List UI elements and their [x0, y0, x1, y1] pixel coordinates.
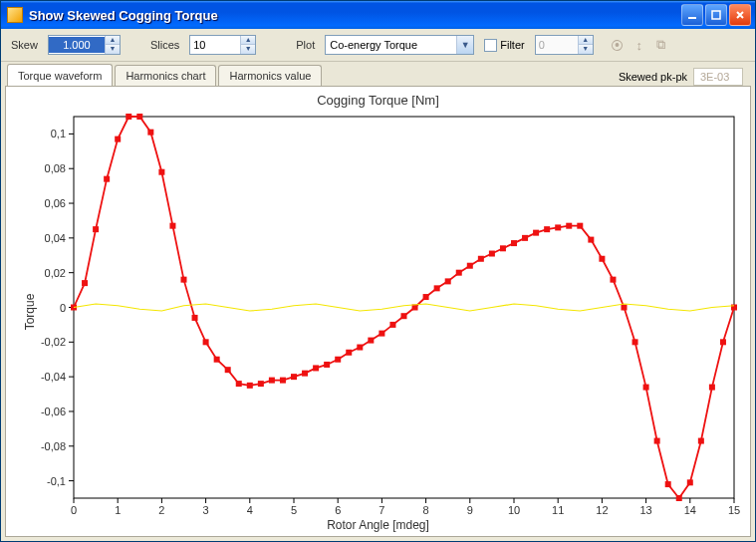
slices-up-icon[interactable]: ▲ [241, 36, 255, 45]
svg-rect-63 [136, 114, 142, 120]
svg-rect-72 [236, 381, 242, 387]
svg-rect-84 [368, 338, 374, 344]
svg-rect-68 [192, 315, 198, 321]
plot-combo[interactable]: Co-energy Torque ▼ [325, 35, 474, 55]
svg-rect-66 [169, 223, 175, 229]
svg-text:8: 8 [423, 504, 429, 516]
svg-text:1: 1 [115, 504, 121, 516]
svg-rect-109 [643, 385, 649, 391]
skew-up-icon[interactable]: ▲ [106, 36, 120, 45]
plot-selected: Co-energy Torque [326, 39, 456, 51]
svg-text:0,02: 0,02 [45, 267, 66, 279]
svg-rect-74 [258, 381, 264, 387]
chevron-down-icon[interactable]: ▼ [456, 36, 473, 54]
svg-rect-92 [456, 270, 462, 276]
svg-rect-108 [632, 339, 638, 345]
skew-value-field[interactable] [49, 37, 105, 53]
svg-rect-60 [104, 176, 110, 182]
svg-text:15: 15 [728, 504, 740, 516]
filter-up-icon: ▲ [579, 36, 593, 45]
tab-harmonics-chart[interactable]: Harmonics chart [115, 65, 216, 86]
svg-rect-87 [401, 313, 407, 319]
svg-rect-107 [622, 305, 628, 311]
svg-rect-100 [544, 226, 550, 232]
svg-rect-58 [82, 280, 88, 286]
svg-text:-0,08: -0,08 [41, 440, 66, 452]
tool-icon-3[interactable]: ⧉ [651, 35, 671, 55]
filter-checkbox[interactable]: Filter [484, 39, 524, 52]
svg-rect-86 [389, 322, 395, 328]
tabbar: Torque waveform Harmonics chart Harmonic… [1, 62, 755, 86]
svg-text:0: 0 [71, 504, 77, 516]
maximize-button[interactable] [705, 4, 727, 26]
svg-rect-96 [500, 245, 506, 251]
svg-rect-2 [74, 117, 734, 498]
svg-rect-1 [712, 11, 720, 19]
svg-text:-0,04: -0,04 [41, 371, 66, 383]
svg-rect-116 [720, 339, 726, 345]
svg-rect-61 [115, 136, 121, 142]
svg-text:5: 5 [291, 504, 297, 516]
pkpk-label: Skewed pk-pk [619, 71, 687, 83]
svg-rect-67 [181, 277, 187, 283]
svg-rect-93 [467, 263, 473, 269]
svg-text:4: 4 [247, 504, 253, 516]
svg-text:11: 11 [552, 504, 564, 516]
slices-input[interactable]: ▲ ▼ [189, 35, 256, 55]
svg-rect-75 [269, 378, 275, 384]
tab-torque-waveform[interactable]: Torque waveform [7, 64, 113, 86]
tool-icon-2[interactable]: ↕ [630, 35, 649, 55]
filter-value-field [536, 37, 578, 53]
svg-text:0: 0 [60, 302, 66, 314]
titlebar[interactable]: Show Skewed Cogging Torque [1, 1, 755, 29]
svg-rect-111 [665, 481, 671, 487]
svg-rect-71 [225, 367, 231, 373]
toolbar: Skew ▲ ▼ Slices ▲ ▼ Plot Co-energy Torqu… [1, 29, 755, 62]
svg-text:0,1: 0,1 [51, 128, 66, 139]
svg-text:12: 12 [596, 504, 608, 516]
close-button[interactable] [729, 4, 751, 26]
svg-rect-106 [610, 277, 616, 283]
slices-value-field[interactable] [190, 37, 240, 53]
svg-rect-79 [313, 365, 319, 371]
window-title: Show Skewed Cogging Torque [29, 8, 681, 23]
svg-rect-94 [478, 256, 484, 262]
svg-rect-97 [511, 240, 517, 246]
svg-rect-103 [577, 223, 583, 229]
svg-rect-73 [247, 383, 253, 389]
svg-text:14: 14 [684, 504, 696, 516]
svg-rect-90 [434, 285, 440, 291]
app-icon [7, 7, 23, 23]
svg-text:-0,02: -0,02 [41, 336, 66, 348]
svg-rect-89 [423, 294, 429, 300]
svg-text:3: 3 [203, 504, 209, 516]
svg-rect-59 [93, 226, 99, 232]
svg-text:-0,1: -0,1 [47, 475, 66, 487]
svg-text:0,06: 0,06 [45, 197, 66, 209]
svg-text:9: 9 [467, 504, 473, 516]
svg-rect-85 [378, 331, 384, 337]
minimize-button[interactable] [681, 4, 703, 26]
svg-rect-77 [291, 374, 297, 380]
svg-text:6: 6 [335, 504, 341, 516]
svg-rect-64 [147, 130, 153, 136]
checkbox-box-icon[interactable] [484, 39, 497, 52]
skew-label: Skew [11, 39, 38, 51]
svg-rect-65 [158, 169, 164, 175]
svg-rect-104 [588, 237, 594, 243]
svg-rect-115 [709, 385, 715, 391]
skew-input[interactable]: ▲ ▼ [48, 35, 121, 55]
filter-label: Filter [500, 39, 524, 51]
skew-down-icon[interactable]: ▼ [106, 45, 120, 54]
svg-rect-91 [445, 278, 451, 284]
svg-rect-69 [203, 339, 209, 345]
tab-harmonics-value[interactable]: Harmonics value [218, 65, 322, 86]
svg-rect-78 [302, 371, 308, 377]
svg-rect-95 [489, 251, 495, 257]
svg-rect-82 [346, 350, 352, 356]
tool-icon-1[interactable]: ⦿ [608, 35, 628, 55]
svg-text:-0,06: -0,06 [41, 406, 66, 417]
svg-rect-113 [687, 479, 693, 485]
slices-down-icon[interactable]: ▼ [241, 45, 255, 54]
chart-area: Cogging Torque [Nm] Torque Rotor Angle [… [5, 86, 751, 537]
